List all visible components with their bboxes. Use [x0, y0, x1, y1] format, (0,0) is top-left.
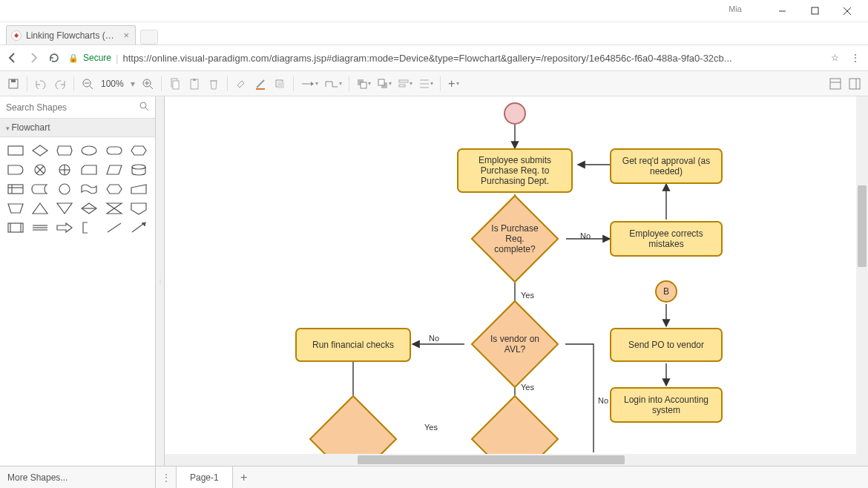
paste-button[interactable] — [185, 75, 203, 93]
browser-tab[interactable]: ◆ Linking Flowcharts (Part × — [6, 25, 136, 44]
process-send-po[interactable]: Send PO to vendor — [610, 328, 723, 362]
align-button[interactable]: ▾ — [395, 75, 415, 93]
shape-rectangle[interactable] — [6, 143, 25, 158]
shape-cylinder[interactable] — [129, 162, 148, 177]
start-node[interactable] — [504, 102, 526, 125]
process-financial-checks[interactable]: Run financial checks — [295, 328, 411, 362]
zoom-dropdown-icon[interactable]: ▾ — [128, 75, 137, 93]
shape-collate[interactable] — [105, 201, 124, 216]
tab-close-icon[interactable]: × — [123, 30, 129, 41]
decision-req-complete[interactable]: Is Purchase Req. complete? — [484, 208, 546, 270]
fill-color-button[interactable] — [232, 75, 250, 93]
shape-arrow-line[interactable] — [129, 220, 148, 235]
process-submit-req[interactable]: Employee submits Purchase Req. to Purcha… — [457, 148, 573, 193]
vertical-scrollbar[interactable] — [856, 96, 868, 466]
shape-hexagon[interactable] — [129, 143, 148, 158]
process-get-approval[interactable]: Get req'd approval (as needed) — [610, 148, 723, 184]
search-shapes-input[interactable] — [6, 102, 139, 113]
decision-vendor-avl[interactable]: Is vendor on AVL? — [484, 313, 546, 375]
to-front-button[interactable]: ▾ — [354, 75, 373, 93]
add-page-button[interactable]: + — [233, 471, 255, 484]
connector-b[interactable]: B — [655, 280, 677, 303]
svg-rect-23 — [361, 82, 366, 88]
page-tab-1[interactable]: Page-1 — [177, 466, 233, 488]
window-maximize-button[interactable] — [798, 1, 831, 22]
shape-offpage[interactable] — [129, 201, 148, 216]
zoom-level[interactable]: 100% — [98, 79, 127, 89]
save-button[interactable] — [4, 75, 22, 93]
page-menu-handle[interactable]: ⋮ — [156, 466, 177, 488]
shape-circle[interactable] — [55, 182, 74, 197]
shape-transfer[interactable] — [30, 220, 50, 235]
window-titlebar: Mia — [0, 0, 868, 22]
add-button[interactable]: +▾ — [445, 75, 463, 93]
shape-terminator[interactable] — [105, 143, 124, 158]
edge-label-yes: Yes — [521, 291, 534, 300]
search-icon[interactable] — [139, 101, 149, 113]
redo-button[interactable] — [51, 75, 69, 93]
browser-menu-icon[interactable]: ⋮ — [849, 51, 862, 65]
shape-card[interactable] — [79, 162, 99, 177]
shape-delay[interactable] — [6, 162, 25, 177]
connection-style-button[interactable]: ▾ — [298, 75, 320, 93]
shape-ellipse[interactable] — [79, 143, 99, 158]
svg-rect-33 — [849, 79, 860, 89]
bookmark-star-icon[interactable]: ☆ — [828, 51, 841, 65]
copy-button[interactable] — [166, 75, 184, 93]
shape-predefined[interactable] — [6, 220, 25, 235]
palette-header[interactable]: Flowchart — [0, 119, 155, 137]
to-back-button[interactable]: ▾ — [375, 75, 394, 93]
process-login-accounting[interactable]: Login into Accounting system — [610, 387, 723, 423]
window-minimize-button[interactable] — [766, 1, 798, 22]
shape-or[interactable] — [55, 162, 74, 177]
shadow-button[interactable] — [271, 75, 289, 93]
shape-line[interactable] — [105, 220, 124, 235]
undo-button[interactable] — [32, 75, 50, 93]
diagram-canvas[interactable]: Employee submits Purchase Req. to Purcha… — [165, 96, 868, 466]
edge-label-yes2: Yes — [521, 383, 534, 392]
forward-button[interactable] — [27, 51, 40, 65]
reload-button[interactable] — [47, 51, 61, 65]
svg-rect-31 — [830, 79, 841, 89]
distribute-button[interactable]: ▾ — [416, 75, 435, 93]
outline-panel-button[interactable] — [846, 75, 864, 93]
window-close-button[interactable] — [831, 1, 864, 22]
shape-sort[interactable] — [79, 201, 99, 216]
delete-button[interactable] — [205, 75, 223, 93]
sidebar-splitter[interactable]: ⋮ — [156, 96, 165, 466]
shape-manual-op[interactable] — [6, 201, 25, 216]
shape-extract[interactable] — [30, 201, 50, 216]
horizontal-scrollbar[interactable] — [165, 454, 868, 466]
zoom-out-button[interactable] — [79, 75, 96, 93]
zoom-in-button[interactable] — [139, 75, 157, 93]
tab-title: Linking Flowcharts (Part — [26, 30, 119, 41]
svg-line-10 — [150, 86, 153, 89]
url-text: https://online.visual-paradigm.com/diagr… — [122, 53, 731, 64]
tab-favicon-icon: ◆ — [11, 30, 22, 41]
url-box[interactable]: 🔒 Secure | https://online.visual-paradig… — [68, 53, 821, 64]
search-shapes-box[interactable] — [0, 96, 155, 119]
svg-rect-25 — [378, 79, 384, 85]
process-correct-mistakes[interactable]: Employee corrects mistakes — [610, 221, 723, 257]
shape-diamond[interactable] — [30, 143, 50, 158]
shape-parallelogram[interactable] — [105, 162, 124, 177]
waypoint-style-button[interactable]: ▾ — [322, 75, 344, 93]
shape-loop[interactable] — [105, 182, 124, 197]
shape-sum[interactable] — [30, 162, 50, 177]
more-shapes-button[interactable]: More Shapes... — [0, 466, 156, 488]
shape-arrow[interactable] — [55, 220, 74, 235]
back-button[interactable] — [6, 51, 19, 65]
shape-manual-in[interactable] — [129, 182, 148, 197]
line-color-button[interactable] — [251, 75, 269, 93]
shape-annotation[interactable] — [79, 220, 99, 235]
shape-merge[interactable] — [55, 201, 74, 216]
new-tab-button[interactable] — [140, 30, 158, 44]
shape-tape[interactable] — [79, 182, 99, 197]
format-panel-button[interactable] — [826, 75, 844, 93]
shape-palette — [0, 137, 155, 241]
svg-rect-18 — [256, 88, 265, 90]
shape-stored[interactable] — [30, 182, 50, 197]
shape-display[interactable] — [55, 143, 74, 158]
shape-internal[interactable] — [6, 182, 25, 197]
svg-point-38 — [82, 146, 96, 155]
